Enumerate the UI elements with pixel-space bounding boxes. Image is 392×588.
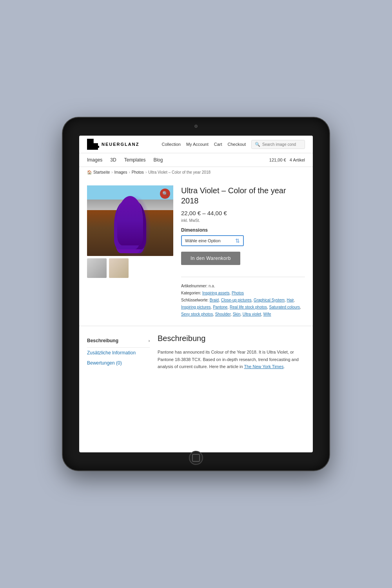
breadcrumb-images[interactable]: Images [114, 170, 127, 174]
header-nav: Collection My Account Cart Checkout 🔍 [162, 140, 305, 149]
logo-icon [87, 139, 98, 150]
tab-content-text: Pantone has announced its Colour of the … [158, 348, 305, 370]
tag-skin[interactable]: Skin [233, 312, 240, 316]
tax-note: inkl. MwSt. [181, 218, 305, 223]
breadcrumb-photos[interactable]: Photos [132, 170, 144, 174]
thumbnail-1[interactable] [87, 258, 107, 278]
kategorie-photos[interactable]: Photos [232, 291, 244, 295]
search-icon: 🔍 [255, 142, 260, 147]
tag-shoulder[interactable]: Shoulder [215, 312, 230, 316]
zoom-button[interactable]: 🔍 [160, 189, 170, 199]
kategorien-label: Kategorien: [181, 291, 201, 295]
cart-items-count: 4 Artikel [290, 158, 305, 162]
site-header: NEUERGLANZ Collection My Account Cart Ch… [79, 136, 313, 153]
product-details: Ultra Violet – Color of the year 2018 22… [181, 185, 305, 318]
tab-beschreibung-label: Beschreibung [87, 338, 118, 343]
product-divider [181, 277, 305, 277]
search-input[interactable] [262, 142, 301, 147]
home-icon: 🏠 [87, 170, 92, 174]
article-number-label: Artikelnummer: [181, 284, 207, 288]
dimension-select[interactable]: Wähle eine Option ⇅ [181, 235, 244, 246]
tag-braid[interactable]: Braid [210, 298, 219, 302]
schluesselworte-label: Schlüsselworte: [181, 298, 209, 302]
tag-saturated[interactable]: Saturated colours [269, 305, 300, 309]
tab-beschreibung[interactable]: Beschreibung › [87, 334, 150, 348]
tag-ultra-violet[interactable]: Ultra violet [243, 312, 261, 316]
nyt-link[interactable]: The New York Times [244, 364, 284, 369]
tag-sexy[interactable]: Sexy stock photos [181, 312, 213, 316]
nav-3d[interactable]: 3D [110, 157, 116, 163]
nav-my-account[interactable]: My Account [186, 142, 209, 147]
nav-cart[interactable]: Cart [214, 142, 222, 147]
tab-bewertungen-label: Bewertungen (0) [87, 360, 122, 366]
tab-zusatzliche[interactable]: Zusätzliche Information [87, 348, 150, 358]
breadcrumb-sep-1: › [111, 170, 113, 174]
tab-bewertungen[interactable]: Bewertungen (0) [87, 358, 150, 368]
thumbnail-row [87, 258, 173, 278]
nav-blog[interactable]: Blog [153, 157, 163, 163]
breadcrumb-sep-3: › [145, 170, 147, 174]
schluesselworte-row: Schlüsselworte: Braid, Close-up pictures… [181, 297, 305, 318]
breadcrumb: 🏠 Startseite › Images › Photos › Ultra V… [79, 167, 313, 178]
nav-images[interactable]: Images [87, 157, 102, 163]
cart-amount: 121,00 € [269, 158, 286, 162]
tab-text-part2: . [283, 364, 285, 369]
add-to-cart-button[interactable]: In den Warenkorb [181, 252, 240, 265]
article-number-value: n.a. [209, 284, 215, 288]
main-nav: Images 3D Templates Blog 121,00 € 4 Arti… [79, 153, 313, 167]
tablet-frame: NEUERGLANZ Collection My Account Cart Ch… [63, 118, 329, 470]
main-nav-links: Images 3D Templates Blog [87, 157, 163, 163]
tablet-camera [194, 125, 198, 128]
kategorie-inspiring[interactable]: Inspiring assets [202, 291, 229, 295]
tab-zusatzliche-label: Zusätzliche Information [87, 350, 136, 356]
tag-real-life[interactable]: Real life stock photos [230, 305, 267, 309]
thumbnail-2[interactable] [109, 258, 129, 278]
tag-inspiring[interactable]: Inspiring pictures [181, 305, 211, 309]
tab-arrow-icon: › [149, 339, 150, 343]
dimension-select-arrow-icon: ⇅ [235, 238, 240, 244]
article-number-row: Artikelnummer: n.a. [181, 283, 305, 290]
cart-info: 121,00 € 4 Artikel [269, 158, 305, 162]
tag-close-up[interactable]: Close-up pictures [221, 298, 252, 302]
tag-hair[interactable]: Hair [287, 298, 294, 302]
dimension-select-text: Wähle eine Option [185, 238, 221, 243]
breadcrumb-sep-2: › [129, 170, 130, 174]
logo-text: NEUERGLANZ [102, 142, 139, 147]
dimension-label: Dimensions [181, 227, 305, 233]
tag-pantone[interactable]: Pantone [213, 305, 227, 309]
product-section: 🔍 Ultra Violet – Color of the year 2018 … [79, 178, 313, 326]
tab-content-title: Beschreibung [158, 334, 305, 343]
product-image: 🔍 [87, 185, 173, 256]
tag-graphical[interactable]: Graphical System [254, 298, 285, 302]
tabs-sidebar: Beschreibung › Zusätzliche Information B… [87, 334, 150, 370]
nav-templates[interactable]: Templates [124, 157, 146, 163]
tablet-screen: NEUERGLANZ Collection My Account Cart Ch… [79, 136, 313, 452]
kategorien-row: Kategorien: Inspiring assets, Photos [181, 290, 305, 297]
tablet-home-button[interactable] [189, 451, 203, 465]
nav-checkout[interactable]: Checkout [228, 142, 246, 147]
breadcrumb-current: Ultra Violet – Color of the year 2018 [148, 170, 211, 174]
product-image-container: 🔍 [87, 185, 173, 318]
tabs-section: Beschreibung › Zusätzliche Information B… [79, 326, 313, 378]
site-logo: NEUERGLANZ [87, 139, 139, 150]
nav-collection[interactable]: Collection [162, 142, 181, 147]
breadcrumb-home[interactable]: Startseite [93, 170, 110, 174]
tag-wife[interactable]: Wife [263, 312, 271, 316]
product-title: Ultra Violet – Color of the year 2018 [181, 185, 305, 206]
tab-content: Beschreibung Pantone has announced its C… [158, 334, 305, 370]
search-box[interactable]: 🔍 [251, 140, 305, 149]
product-price: 22,00 € – 44,00 € [181, 210, 305, 216]
meta-info: Artikelnummer: n.a. Kategorien: Inspirin… [181, 283, 305, 318]
